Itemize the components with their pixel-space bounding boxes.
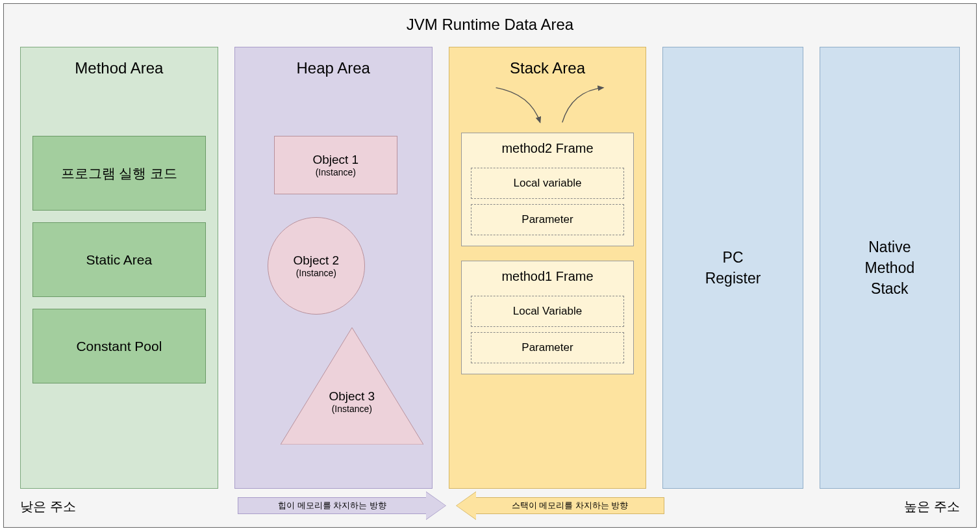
- object-name: Object 3: [281, 389, 423, 404]
- heap-object-rect: Object 1 (Instance): [274, 136, 397, 194]
- stack-area-title: Stack Area: [510, 47, 585, 84]
- stack-area-inner: method2 Frame Local variable Parameter m…: [449, 84, 646, 400]
- heap-area-title: Heap Area: [296, 47, 370, 84]
- svg-marker-0: [281, 328, 423, 445]
- object-subtitle: (Instance): [281, 404, 423, 414]
- object-subtitle: (Instance): [316, 167, 356, 177]
- pc-register-label: PCRegister: [705, 247, 761, 289]
- arrow-left-icon: [457, 492, 476, 519]
- method-area-item: Static Area: [32, 222, 206, 297]
- method-area-title: Method Area: [75, 47, 163, 84]
- push-pop-arrows-icon: [461, 84, 634, 133]
- frame-title: method2 Frame: [471, 141, 625, 162]
- heap-object-circle: Object 2 (Instance): [268, 217, 365, 315]
- frame-slot-parameter: Parameter: [471, 332, 625, 363]
- jvm-runtime-data-area: JVM Runtime Data Area Method Area 프로그램 실…: [3, 3, 977, 528]
- heap-object-triangle: Object 3 (Instance): [281, 328, 423, 445]
- method-area-inner: 프로그램 실행 코드 Static Area Constant Pool: [21, 84, 218, 395]
- object-name: Object 2: [293, 253, 339, 268]
- stack-frame: method1 Frame Local Variable Parameter: [461, 261, 634, 374]
- object-subtitle: (Instance): [296, 268, 336, 278]
- pc-register: PCRegister: [662, 47, 803, 489]
- heap-area: Heap Area Object 1 (Instance) Object 2 (…: [234, 47, 433, 489]
- frame-slot-local-variable: Local variable: [471, 168, 625, 199]
- high-address-label: 높은 주소: [904, 498, 960, 515]
- heap-area-inner: Object 1 (Instance) Object 2 (Instance) …: [235, 84, 432, 488]
- frame-title: method1 Frame: [471, 269, 625, 291]
- areas-row: Method Area 프로그램 실행 코드 Static Area Const…: [4, 40, 976, 489]
- native-method-stack: NativeMethodStack: [820, 47, 960, 489]
- diagram-title: JVM Runtime Data Area: [4, 4, 976, 40]
- low-address-label: 낮은 주소: [20, 498, 76, 515]
- frame-slot-parameter: Parameter: [471, 204, 625, 235]
- object-name: Object 1: [312, 153, 358, 167]
- stack-arrows-row: [461, 84, 634, 133]
- method-area-item: 프로그램 실행 코드: [32, 136, 206, 211]
- stack-direction-label: 스택이 메모리를 차지하는 방향: [476, 497, 664, 514]
- stack-direction-arrow: 스택이 메모리를 차지하는 방향: [457, 492, 664, 519]
- triangle-shape-icon: [281, 328, 423, 445]
- stack-area: Stack Area method2 Frame: [449, 47, 647, 489]
- heap-direction-label: 힙이 메모리를 차지하는 방향: [238, 497, 426, 514]
- frame-slot-local-variable: Local Variable: [471, 296, 625, 327]
- method-area-item: Constant Pool: [32, 309, 206, 383]
- native-method-stack-label: NativeMethodStack: [865, 237, 915, 300]
- stack-frame: method2 Frame Local variable Parameter: [461, 133, 634, 246]
- heap-direction-arrow: 힙이 메모리를 차지하는 방향: [238, 492, 446, 519]
- method-area: Method Area 프로그램 실행 코드 Static Area Const…: [20, 47, 218, 489]
- arrow-right-icon: [426, 492, 446, 519]
